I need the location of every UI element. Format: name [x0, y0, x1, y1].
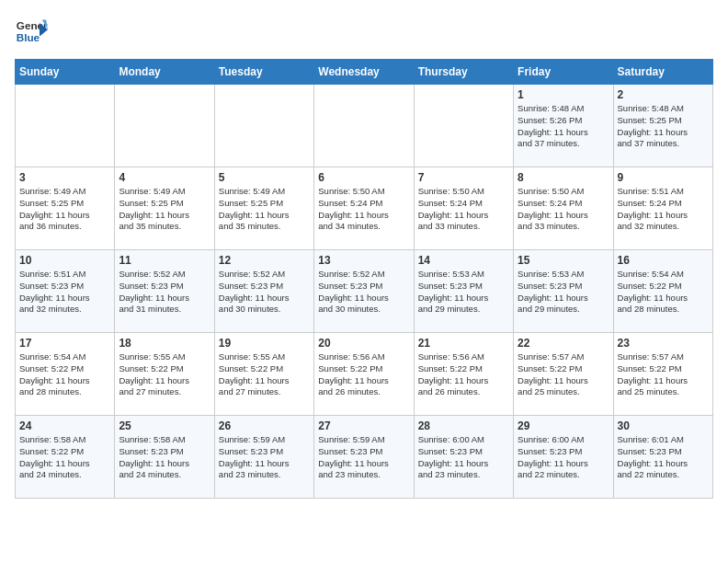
day-number: 27	[318, 419, 409, 432]
calendar-cell	[115, 85, 214, 167]
day-number: 28	[418, 419, 509, 432]
calendar-cell: 19Sunrise: 5:55 AM Sunset: 5:22 PM Dayli…	[214, 333, 313, 416]
day-number: 3	[19, 171, 110, 184]
weekday-header-monday: Monday	[115, 60, 214, 85]
calendar-cell: 9Sunrise: 5:51 AM Sunset: 5:24 PM Daylig…	[613, 167, 712, 250]
day-number: 2	[618, 88, 709, 101]
day-info: Sunrise: 5:50 AM Sunset: 5:24 PM Dayligh…	[418, 186, 509, 233]
day-info: Sunrise: 5:55 AM Sunset: 5:22 PM Dayligh…	[219, 351, 310, 398]
day-info: Sunrise: 6:00 AM Sunset: 5:23 PM Dayligh…	[418, 434, 509, 481]
day-info: Sunrise: 6:01 AM Sunset: 5:23 PM Dayligh…	[618, 434, 709, 481]
day-info: Sunrise: 5:52 AM Sunset: 5:23 PM Dayligh…	[318, 269, 409, 316]
calendar-cell: 18Sunrise: 5:55 AM Sunset: 5:22 PM Dayli…	[115, 333, 214, 416]
calendar-cell: 13Sunrise: 5:52 AM Sunset: 5:23 PM Dayli…	[314, 250, 414, 333]
logo-icon: General Blue	[15, 15, 48, 48]
calendar-cell: 30Sunrise: 6:01 AM Sunset: 5:23 PM Dayli…	[613, 416, 712, 499]
calendar-cell: 10Sunrise: 5:51 AM Sunset: 5:23 PM Dayli…	[16, 250, 115, 333]
day-number: 8	[518, 171, 609, 184]
calendar-cell	[414, 85, 513, 167]
day-info: Sunrise: 5:51 AM Sunset: 5:23 PM Dayligh…	[19, 269, 110, 316]
calendar-week-1: 1Sunrise: 5:48 AM Sunset: 5:26 PM Daylig…	[16, 85, 713, 167]
day-info: Sunrise: 5:54 AM Sunset: 5:22 PM Dayligh…	[19, 351, 110, 398]
day-info: Sunrise: 5:50 AM Sunset: 5:24 PM Dayligh…	[518, 186, 609, 233]
calendar-week-2: 3Sunrise: 5:49 AM Sunset: 5:25 PM Daylig…	[16, 167, 713, 250]
day-number: 29	[518, 419, 609, 432]
day-info: Sunrise: 5:48 AM Sunset: 5:26 PM Dayligh…	[518, 103, 609, 150]
day-number: 14	[418, 254, 509, 267]
day-info: Sunrise: 5:57 AM Sunset: 5:22 PM Dayligh…	[518, 351, 609, 398]
calendar-cell: 6Sunrise: 5:50 AM Sunset: 5:24 PM Daylig…	[314, 167, 414, 250]
page-header: General Blue	[15, 15, 713, 48]
day-number: 26	[219, 419, 310, 432]
logo: General Blue	[15, 15, 48, 48]
calendar-cell	[314, 85, 414, 167]
calendar-cell: 24Sunrise: 5:58 AM Sunset: 5:22 PM Dayli…	[16, 416, 115, 499]
day-number: 11	[119, 254, 210, 267]
calendar-cell: 26Sunrise: 5:59 AM Sunset: 5:23 PM Dayli…	[214, 416, 313, 499]
day-number: 22	[518, 337, 609, 350]
calendar-cell: 17Sunrise: 5:54 AM Sunset: 5:22 PM Dayli…	[16, 333, 115, 416]
day-number: 1	[518, 88, 609, 101]
day-info: Sunrise: 5:54 AM Sunset: 5:22 PM Dayligh…	[618, 269, 709, 316]
day-number: 21	[418, 337, 509, 350]
weekday-header-thursday: Thursday	[414, 60, 513, 85]
day-info: Sunrise: 5:57 AM Sunset: 5:22 PM Dayligh…	[618, 351, 709, 398]
weekday-header-wednesday: Wednesday	[314, 60, 414, 85]
calendar-cell: 16Sunrise: 5:54 AM Sunset: 5:22 PM Dayli…	[613, 250, 712, 333]
day-info: Sunrise: 5:52 AM Sunset: 5:23 PM Dayligh…	[219, 269, 310, 316]
calendar-cell: 28Sunrise: 6:00 AM Sunset: 5:23 PM Dayli…	[414, 416, 513, 499]
calendar-cell: 7Sunrise: 5:50 AM Sunset: 5:24 PM Daylig…	[414, 167, 513, 250]
day-number: 6	[318, 171, 409, 184]
calendar-week-5: 24Sunrise: 5:58 AM Sunset: 5:22 PM Dayli…	[16, 416, 713, 499]
calendar-cell	[214, 85, 313, 167]
day-number: 25	[119, 419, 210, 432]
day-info: Sunrise: 5:58 AM Sunset: 5:22 PM Dayligh…	[19, 434, 110, 481]
day-number: 10	[19, 254, 110, 267]
calendar-cell: 2Sunrise: 5:48 AM Sunset: 5:25 PM Daylig…	[613, 85, 712, 167]
day-number: 15	[518, 254, 609, 267]
day-number: 13	[318, 254, 409, 267]
day-number: 20	[318, 337, 409, 350]
day-number: 7	[418, 171, 509, 184]
weekday-header-friday: Friday	[514, 60, 613, 85]
weekday-header-sunday: Sunday	[16, 60, 115, 85]
day-info: Sunrise: 5:53 AM Sunset: 5:23 PM Dayligh…	[418, 269, 509, 316]
calendar-cell: 14Sunrise: 5:53 AM Sunset: 5:23 PM Dayli…	[414, 250, 513, 333]
day-number: 5	[219, 171, 310, 184]
calendar-cell: 21Sunrise: 5:56 AM Sunset: 5:22 PM Dayli…	[414, 333, 513, 416]
day-number: 19	[219, 337, 310, 350]
day-info: Sunrise: 5:48 AM Sunset: 5:25 PM Dayligh…	[618, 103, 709, 150]
calendar-cell: 5Sunrise: 5:49 AM Sunset: 5:25 PM Daylig…	[214, 167, 313, 250]
calendar-cell: 22Sunrise: 5:57 AM Sunset: 5:22 PM Dayli…	[514, 333, 613, 416]
calendar-week-3: 10Sunrise: 5:51 AM Sunset: 5:23 PM Dayli…	[16, 250, 713, 333]
calendar-cell: 23Sunrise: 5:57 AM Sunset: 5:22 PM Dayli…	[613, 333, 712, 416]
calendar-cell: 8Sunrise: 5:50 AM Sunset: 5:24 PM Daylig…	[514, 167, 613, 250]
day-info: Sunrise: 5:51 AM Sunset: 5:24 PM Dayligh…	[618, 186, 709, 233]
day-info: Sunrise: 5:49 AM Sunset: 5:25 PM Dayligh…	[219, 186, 310, 233]
weekday-header-tuesday: Tuesday	[214, 60, 313, 85]
day-number: 9	[618, 171, 709, 184]
calendar-cell	[16, 85, 115, 167]
day-info: Sunrise: 5:55 AM Sunset: 5:22 PM Dayligh…	[119, 351, 210, 398]
day-number: 30	[618, 419, 709, 432]
svg-text:Blue: Blue	[17, 31, 40, 43]
calendar-table: SundayMondayTuesdayWednesdayThursdayFrid…	[15, 59, 713, 499]
calendar-cell: 29Sunrise: 6:00 AM Sunset: 5:23 PM Dayli…	[514, 416, 613, 499]
day-number: 23	[618, 337, 709, 350]
day-info: Sunrise: 5:49 AM Sunset: 5:25 PM Dayligh…	[19, 186, 110, 233]
day-info: Sunrise: 5:52 AM Sunset: 5:23 PM Dayligh…	[119, 269, 210, 316]
day-info: Sunrise: 5:53 AM Sunset: 5:23 PM Dayligh…	[518, 269, 609, 316]
day-info: Sunrise: 5:56 AM Sunset: 5:22 PM Dayligh…	[418, 351, 509, 398]
calendar-cell: 1Sunrise: 5:48 AM Sunset: 5:26 PM Daylig…	[514, 85, 613, 167]
day-info: Sunrise: 5:59 AM Sunset: 5:23 PM Dayligh…	[318, 434, 409, 481]
day-number: 4	[119, 171, 210, 184]
calendar-cell: 15Sunrise: 5:53 AM Sunset: 5:23 PM Dayli…	[514, 250, 613, 333]
day-info: Sunrise: 5:50 AM Sunset: 5:24 PM Dayligh…	[318, 186, 409, 233]
day-info: Sunrise: 6:00 AM Sunset: 5:23 PM Dayligh…	[518, 434, 609, 481]
calendar-cell: 4Sunrise: 5:49 AM Sunset: 5:25 PM Daylig…	[115, 167, 214, 250]
day-number: 17	[19, 337, 110, 350]
day-number: 12	[219, 254, 310, 267]
calendar-cell: 3Sunrise: 5:49 AM Sunset: 5:25 PM Daylig…	[16, 167, 115, 250]
day-info: Sunrise: 5:59 AM Sunset: 5:23 PM Dayligh…	[219, 434, 310, 481]
calendar-cell: 11Sunrise: 5:52 AM Sunset: 5:23 PM Dayli…	[115, 250, 214, 333]
